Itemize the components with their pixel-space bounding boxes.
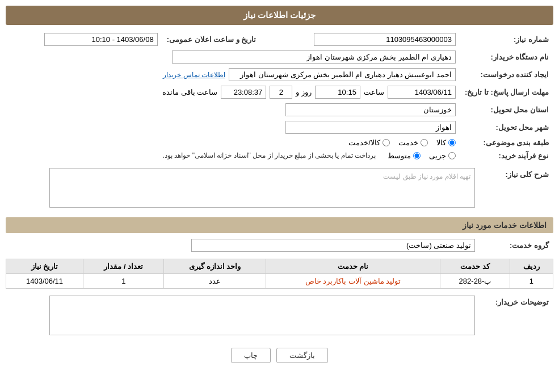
city-field: اهواز [285,121,456,134]
reply-time-label: ساعت [364,88,384,96]
reply-deadline-value: 1403/06/11 ساعت 10:15 روز و 2 23:08:37 س… [6,83,460,101]
announcement-value: 1403/06/08 - 10:10 [6,31,162,48]
print-button[interactable]: چاپ [231,348,271,363]
purchase-type-options: جزیی متوسط پرداخت تمام یا بخشی از مبلغ خ… [6,149,460,162]
need-description-textarea[interactable] [49,168,475,208]
services-table: ردیف کد حدمت نام حدمت واحد اندازه گیری ت… [6,259,553,289]
col-header-unit: واحد اندازه گیری [164,259,266,274]
need-description-label: شرح کلی نیاز: [480,166,553,212]
col-header-qty: تعداد / مقدار [83,259,164,274]
announcement-field: 1403/06/08 - 10:10 [44,33,158,46]
service-group-label: گروه خدمت: [480,237,553,254]
page-title: جزئیات اطلاعات نیاز [6,6,553,25]
description-table: شرح کلی نیاز: تهیه اقلام مورد نیاز طبق ل… [6,166,553,212]
reply-date-field: 1403/06/11 [388,86,456,99]
province-value: خوزستان [6,101,460,119]
cell-date: 1403/06/11 [6,274,83,289]
buyer-notes-textarea[interactable] [49,296,475,335]
purchase-note: پرداخت تمام یا بخشی از مبلغ خریدار از مح… [163,151,376,159]
service-group-value: تولید صنعتی (ساخت) [6,237,480,254]
reply-deadline-label: مهلت ارسال پاسخ: تا تاریخ: [460,83,553,101]
province-field: خوزستان [285,103,456,116]
creator-field: احمد ابوعبیبش دهیار دهیاری ام الطمیر بخش… [229,68,456,81]
service-info-header: اطلاعات خدمات مورد نیاز [6,217,553,233]
category-radio-kala[interactable]: کالا [436,138,456,147]
buyer-notes-value [6,293,480,339]
cell-row: 1 [510,274,553,289]
announcement-label: تاریخ و ساعت اعلان عمومی: [162,31,268,48]
contact-link[interactable]: اطلاعات تماس خریدار [163,71,225,79]
purchase-radio-jozi[interactable]: جزیی [429,151,456,160]
city-value: اهواز [6,119,460,136]
col-header-code: کد حدمت [440,259,510,274]
reply-time-field: 10:15 [315,86,360,99]
service-group-table: گروه خدمت: تولید صنعتی (ساخت) [6,237,553,254]
reply-remaining-label: ساعت باقی مانده [162,88,217,96]
cell-unit: عدد [164,274,266,289]
buyer-notes-table: توضیحات خریدار: [6,293,553,339]
main-info-table: شماره نیاز: 1103095463000003 تاریخ و ساع… [6,31,553,162]
need-number-value: 1103095463000003 [267,31,460,48]
cell-name: تولید ماشین آلات باکاربرد خاص [266,274,440,289]
reply-day-label: روز و [296,88,312,96]
need-number-label: شماره نیاز: [460,31,553,48]
category-radio-kala-khedmat[interactable]: کالا/خدمت [348,138,390,147]
creator-value: احمد ابوعبیبش دهیار دهیاری ام الطمیر بخش… [6,66,460,83]
reply-remaining-field: 23:08:37 [221,86,266,99]
buyer-name-label: نام دستگاه خریدار: [460,48,553,66]
cell-code: ب-28-282 [440,274,510,289]
cell-quantity: 1 [83,274,164,289]
province-label: استان محل تحویل: [460,101,553,119]
col-header-date: تاریخ نیاز [6,259,83,274]
buyer-notes-label: توضیحات خریدار: [480,293,553,339]
service-group-field: تولید صنعتی (ساخت) [191,239,475,252]
city-label: شهر محل تحویل: [460,119,553,136]
category-radio-khedmat[interactable]: خدمت [398,138,428,147]
purchase-type-label: نوع فرآیند خرید: [460,149,553,162]
table-row: 1 ب-28-282 تولید ماشین آلات باکاربرد خاص… [6,274,553,289]
purchase-radio-motevasset[interactable]: متوسط [388,151,421,160]
need-description-value: تهیه اقلام مورد نیاز طبق لیست [6,166,480,212]
back-button[interactable]: بازگشت [276,348,328,363]
buyer-name-field: دهیاری ام الطمیر بخش مرکزی شهرستان اهواز [172,50,456,64]
category-options: کالا خدمت کالا/خدمت [6,136,460,149]
reply-days-field: 2 [270,86,292,99]
footer-buttons: بازگشت چاپ [6,348,553,363]
col-header-row: ردیف [510,259,553,274]
need-number-field: 1103095463000003 [314,33,456,46]
category-label: طبقه بندی موضوعی: [460,136,553,149]
col-header-name: نام حدمت [266,259,440,274]
buyer-name-value: دهیاری ام الطمیر بخش مرکزی شهرستان اهواز [6,48,460,66]
creator-label: ایجاد کننده درخواست: [460,66,553,83]
